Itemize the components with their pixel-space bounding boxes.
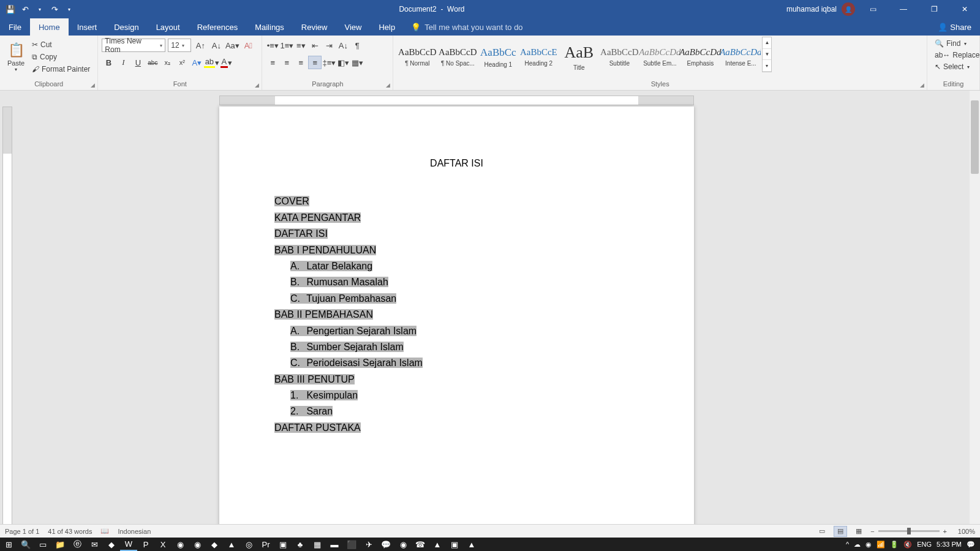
battery-icon[interactable]: 🔋 bbox=[890, 541, 899, 549]
toc-line[interactable]: B. Rumusan Masalah bbox=[274, 274, 639, 290]
excel-icon[interactable]: X bbox=[154, 538, 172, 551]
text-effects-icon[interactable]: A▾ bbox=[190, 56, 203, 69]
horizontal-ruler[interactable] bbox=[219, 96, 694, 105]
explorer-icon[interactable]: 📁 bbox=[51, 538, 69, 551]
style-intense-e-[interactable]: AaBbCcDdIntense E... bbox=[720, 39, 761, 75]
clipboard-dialog-launcher[interactable]: ◢ bbox=[89, 81, 96, 89]
toc-line[interactable]: B. Sumber Sejarah Islam bbox=[274, 339, 639, 355]
app8-icon[interactable]: ◉ bbox=[394, 538, 412, 551]
paste-button[interactable]: 📋 Paste ▾ bbox=[4, 37, 28, 77]
style-heading-2[interactable]: AaBbCcEHeading 2 bbox=[518, 39, 559, 75]
status-page[interactable]: Page 1 of 1 bbox=[5, 528, 39, 535]
tab-mailings[interactable]: Mailings bbox=[246, 18, 293, 36]
italic-button[interactable]: I bbox=[116, 56, 130, 69]
mail-icon[interactable]: ✉ bbox=[86, 538, 103, 551]
app10-icon[interactable]: ▣ bbox=[446, 538, 463, 551]
scrollbar-thumb[interactable] bbox=[971, 100, 979, 174]
style-emphasis[interactable]: AaBbCcDdEmphasis bbox=[680, 39, 720, 75]
page-content[interactable]: DAFTAR ISI COVER KATA PENGANTAR DAFTAR I… bbox=[219, 107, 694, 460]
vertical-scrollbar[interactable] bbox=[970, 91, 980, 538]
borders-icon[interactable]: ▦▾ bbox=[350, 56, 364, 69]
toc-line[interactable]: C. Tujuan Pembahasan bbox=[274, 291, 639, 307]
justify-icon[interactable]: ≡ bbox=[308, 56, 322, 69]
underline-button[interactable]: U bbox=[131, 56, 145, 69]
replace-button[interactable]: ab↔Replace bbox=[931, 50, 980, 61]
style-subtitle[interactable]: AaBbCcDSubtitle bbox=[599, 39, 639, 75]
tab-review[interactable]: Review bbox=[293, 18, 336, 36]
tab-view[interactable]: View bbox=[336, 18, 370, 36]
tab-home[interactable]: Home bbox=[30, 18, 69, 36]
app3-icon[interactable]: ◎ bbox=[240, 538, 257, 551]
font-name-combo[interactable]: Times New Rom▾ bbox=[102, 39, 165, 52]
zoom-out-button[interactable]: − bbox=[870, 528, 874, 535]
messenger-icon[interactable]: 💬 bbox=[377, 538, 394, 551]
styles-dialog-launcher[interactable]: ◢ bbox=[918, 81, 925, 89]
toc-line[interactable]: COVER bbox=[274, 193, 639, 209]
tray-chevron-icon[interactable]: ^ bbox=[846, 541, 849, 548]
align-left-icon[interactable]: ≡ bbox=[266, 56, 279, 69]
undo-icon[interactable]: ↶ bbox=[18, 2, 32, 16]
app9-icon[interactable]: ▲ bbox=[429, 538, 446, 551]
minimize-button[interactable]: — bbox=[891, 0, 916, 18]
redo-icon[interactable]: ↷ bbox=[48, 2, 61, 16]
style--no-spac-[interactable]: AaBbCcD¶ No Spac... bbox=[437, 39, 478, 75]
telegram-icon[interactable]: ✈ bbox=[360, 538, 377, 551]
toc-line[interactable]: 1. Kesimpulan bbox=[274, 388, 639, 403]
tray-clock[interactable]: 5:33 PM bbox=[937, 541, 962, 548]
user-name[interactable]: muhamad iqbal bbox=[786, 5, 837, 13]
toc-line[interactable]: C. Periodeisasi Sejarah Islam bbox=[274, 355, 639, 371]
increase-indent-icon[interactable]: ⇥ bbox=[322, 39, 336, 52]
style-subtle-em-[interactable]: AaBbCcDdSubtle Em... bbox=[639, 39, 680, 75]
multilevel-list-icon[interactable]: ≡▾ bbox=[294, 39, 307, 52]
toc-line[interactable]: BAB III PENUTUP bbox=[274, 372, 639, 388]
start-icon[interactable]: ⊞ bbox=[0, 538, 17, 551]
subscript-button[interactable]: x₂ bbox=[160, 56, 174, 69]
superscript-button[interactable]: x² bbox=[175, 56, 189, 69]
volume-icon[interactable]: 🔇 bbox=[903, 541, 912, 549]
shading-icon[interactable]: ◧▾ bbox=[336, 56, 350, 69]
spellcheck-icon[interactable]: 📖 bbox=[100, 527, 109, 535]
browser-icon[interactable]: ◉ bbox=[172, 538, 189, 551]
font-dialog-launcher[interactable]: ◢ bbox=[253, 81, 260, 89]
paragraph-dialog-launcher[interactable]: ◢ bbox=[384, 81, 391, 89]
find-button[interactable]: 🔍Find▾ bbox=[931, 38, 970, 49]
app2-icon[interactable]: ◆ bbox=[206, 538, 223, 551]
web-layout-icon[interactable]: ▦ bbox=[852, 526, 865, 537]
maximize-button[interactable]: ❐ bbox=[921, 0, 947, 18]
font-size-combo[interactable]: 12▾ bbox=[168, 39, 191, 52]
tab-design[interactable]: Design bbox=[105, 18, 147, 36]
zoom-level[interactable]: 100% bbox=[951, 528, 975, 535]
toc-line[interactable]: A. Pengertian Sejarah Islam bbox=[274, 323, 639, 339]
change-case-icon[interactable]: Aa▾ bbox=[225, 39, 239, 52]
qat-customize-icon[interactable]: ▾ bbox=[62, 2, 76, 16]
tell-me-input[interactable]: 💡Tell me what you want to do bbox=[404, 18, 530, 36]
increase-font-icon[interactable]: A↑ bbox=[194, 39, 207, 52]
toc-line[interactable]: A. Latar Belakang bbox=[274, 258, 639, 274]
meet-icon[interactable]: ◉ bbox=[865, 541, 872, 549]
vertical-ruler[interactable] bbox=[2, 107, 12, 538]
notifications-icon[interactable]: 💬 bbox=[967, 541, 975, 549]
save-icon[interactable]: 💾 bbox=[4, 2, 17, 16]
undo-dropdown-icon[interactable]: ▾ bbox=[33, 2, 47, 16]
toc-line[interactable]: DAFTAR PUSTAKA bbox=[274, 420, 639, 436]
style--normal[interactable]: AaBbCcD¶ Normal bbox=[397, 39, 437, 75]
app7-icon[interactable]: ⬛ bbox=[343, 538, 360, 551]
tab-layout[interactable]: Layout bbox=[148, 18, 189, 36]
powerpoint-icon[interactable]: P bbox=[137, 538, 154, 551]
copy-button[interactable]: ⧉Copy bbox=[28, 51, 94, 62]
ribbon-options-icon[interactable]: ▭ bbox=[860, 0, 886, 18]
status-words[interactable]: 41 of 43 words bbox=[48, 528, 92, 535]
line-spacing-icon[interactable]: ‡≡▾ bbox=[322, 56, 336, 69]
app5-icon[interactable]: ♣ bbox=[292, 538, 309, 551]
app6-icon[interactable]: ▦ bbox=[309, 538, 326, 551]
tray-language[interactable]: ENG bbox=[917, 541, 932, 548]
app11-icon[interactable]: ▲ bbox=[463, 538, 480, 551]
font-color-icon[interactable]: A▾ bbox=[219, 56, 233, 69]
zoom-in-button[interactable]: + bbox=[943, 528, 947, 535]
tab-insert[interactable]: Insert bbox=[69, 18, 106, 36]
close-button[interactable]: ✕ bbox=[952, 0, 978, 18]
strikethrough-button[interactable]: abc bbox=[146, 56, 159, 69]
read-mode-icon[interactable]: ▭ bbox=[815, 526, 829, 537]
align-right-icon[interactable]: ≡ bbox=[294, 56, 307, 69]
wifi-icon[interactable]: 📶 bbox=[876, 541, 885, 549]
